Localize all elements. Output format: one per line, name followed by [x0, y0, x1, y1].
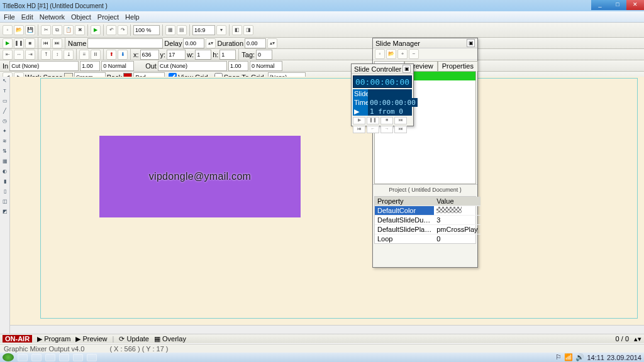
copy-icon[interactable]: ⧉: [52, 25, 62, 35]
sm-add-icon[interactable]: +: [397, 49, 408, 59]
t2-play-icon[interactable]: ▶: [3, 38, 13, 48]
minimize-button[interactable]: _: [591, 0, 609, 10]
align-b-icon[interactable]: ⤓: [64, 50, 74, 60]
back-icon[interactable]: ⬇: [118, 50, 128, 60]
undo-icon[interactable]: ↶: [106, 25, 116, 35]
taskbar-app3-icon[interactable]: [87, 354, 97, 361]
tool-misc1-icon[interactable]: ▮: [1, 178, 9, 187]
tool-misc4-icon[interactable]: ◩: [1, 209, 9, 217]
redo-icon[interactable]: ↷: [118, 25, 128, 35]
slide-controller-close-icon[interactable]: ▣: [402, 65, 411, 73]
align-l-icon[interactable]: ⇤: [3, 50, 13, 60]
sb-preview[interactable]: ▶ Preview: [75, 335, 107, 343]
taskbar-explorer-icon[interactable]: [31, 354, 42, 361]
menu-object[interactable]: Object: [71, 13, 91, 21]
x-input[interactable]: [140, 50, 159, 60]
tool-misc2-icon[interactable]: ▯: [1, 189, 9, 197]
menu-help[interactable]: Help: [125, 13, 140, 21]
aspect-dd-icon[interactable]: ▾: [216, 25, 226, 35]
tray-time[interactable]: 14:11: [587, 354, 604, 361]
sc-prev-icon[interactable]: ←: [367, 126, 379, 133]
sb-program[interactable]: ▶ Program: [37, 335, 70, 343]
save-icon[interactable]: 💾: [25, 25, 35, 35]
cut-icon[interactable]: ✂: [41, 25, 51, 35]
out-mode[interactable]: [250, 61, 282, 71]
grid-icon[interactable]: ▦: [165, 25, 175, 35]
tool-clock-icon[interactable]: ◷: [1, 118, 9, 127]
y-input[interactable]: [167, 50, 186, 60]
name-input[interactable]: [87, 38, 163, 48]
tool-line-icon[interactable]: ╱: [1, 108, 9, 117]
start-button[interactable]: [3, 353, 14, 361]
tool-crawl-icon[interactable]: ≋: [1, 138, 9, 147]
slide-manager-titlebar[interactable]: Slide Manager ▣: [373, 38, 477, 48]
open-icon[interactable]: 📂: [14, 25, 24, 35]
dist-v-icon[interactable]: ⫼: [91, 50, 101, 60]
tab-properties[interactable]: Properties: [438, 61, 478, 71]
out-effect[interactable]: [158, 61, 227, 71]
tool-roll-icon[interactable]: ⇅: [1, 148, 9, 157]
sc-pause-icon[interactable]: ❚❚: [367, 117, 379, 124]
t2-prev-icon[interactable]: ⏮: [41, 38, 51, 48]
sc-next-icon[interactable]: →: [380, 126, 393, 133]
in-time[interactable]: [80, 61, 100, 71]
sm-new-icon[interactable]: ▫: [375, 49, 385, 59]
delay-input[interactable]: [183, 38, 204, 48]
slide-controller-titlebar[interactable]: Slide Controller ▣: [352, 64, 413, 74]
menu-network[interactable]: Network: [40, 13, 65, 21]
delay-spin-icon[interactable]: ▴▾: [206, 38, 216, 48]
sc-end-icon[interactable]: ⏭: [394, 117, 407, 124]
tool-anim-icon[interactable]: ✦: [1, 128, 9, 137]
new-icon[interactable]: ▫: [3, 25, 13, 35]
align-t-icon[interactable]: ⤒: [41, 50, 51, 60]
taskbar-app1-icon[interactable]: [59, 354, 69, 361]
dist-h-icon[interactable]: ≡: [79, 50, 89, 60]
tag-input[interactable]: [256, 50, 272, 60]
text-object[interactable]: vipdongle@ymail.com: [99, 136, 301, 217]
tray-flag-icon[interactable]: ⚐: [555, 353, 562, 361]
align-r-icon[interactable]: ⇥: [25, 50, 35, 60]
tool-chart-icon[interactable]: ◐: [1, 168, 9, 177]
play-icon[interactable]: ▶: [91, 25, 101, 35]
menu-edit[interactable]: Edit: [21, 13, 33, 21]
align-m-icon[interactable]: ↕: [52, 50, 62, 60]
tray-net-icon[interactable]: 📶: [564, 353, 573, 361]
duration-input[interactable]: [245, 38, 266, 48]
tool-text-icon[interactable]: T: [1, 88, 9, 97]
tool-misc3-icon[interactable]: ◫: [1, 199, 9, 207]
tool-pointer-icon[interactable]: ↖: [1, 78, 9, 87]
out-time[interactable]: [228, 61, 248, 71]
zoom-input[interactable]: [133, 25, 160, 35]
menu-project[interactable]: Project: [97, 13, 119, 21]
duration-spin-icon[interactable]: ▴▾: [267, 38, 277, 48]
tray-vol-icon[interactable]: 🔊: [575, 353, 584, 361]
delete-icon[interactable]: ✖: [75, 25, 85, 35]
properties-grid[interactable]: PropertyValue DefaultColor DefaultSlideD…: [374, 196, 476, 244]
in-effect[interactable]: [9, 61, 79, 71]
slide-controller-panel[interactable]: Slide Controller ▣ 00:00:00:00 Slide Tim…: [351, 63, 414, 126]
paste-icon[interactable]: 📋: [64, 25, 74, 35]
grid2-icon[interactable]: ▤: [177, 25, 187, 35]
w-input[interactable]: [195, 50, 211, 60]
taskbar-ie-icon[interactable]: [18, 354, 28, 361]
horizontal-scrollbar[interactable]: [10, 325, 644, 334]
sc-last-icon[interactable]: ⏭: [394, 126, 407, 133]
misc1-icon[interactable]: ◧: [232, 25, 242, 35]
sc-first-icon[interactable]: ⏮: [353, 126, 365, 133]
t2-next-icon[interactable]: ⏭: [52, 38, 62, 48]
in-mode[interactable]: [101, 61, 134, 71]
taskbar-media-icon[interactable]: [45, 354, 55, 361]
tool-pic-icon[interactable]: ▦: [1, 158, 9, 167]
sm-open-icon[interactable]: 📂: [386, 49, 396, 59]
canvas[interactable]: vipdongle@ymail.com: [10, 77, 644, 325]
close-button[interactable]: ✕: [626, 0, 644, 10]
t2-pause-icon[interactable]: ❚❚: [14, 38, 24, 48]
tool-rect-icon[interactable]: ▭: [1, 98, 9, 107]
sb-spin-icon[interactable]: ▴▾: [634, 335, 641, 343]
sc-play-icon[interactable]: ▶: [353, 117, 365, 124]
align-c-icon[interactable]: ↔: [14, 50, 24, 60]
tray-date[interactable]: 23.09.2014: [607, 354, 641, 361]
front-icon[interactable]: ⬆: [106, 50, 116, 60]
maximize-button[interactable]: □: [609, 0, 626, 10]
system-tray[interactable]: ⚐ 📶 🔊 14:11 23.09.2014: [555, 353, 641, 361]
